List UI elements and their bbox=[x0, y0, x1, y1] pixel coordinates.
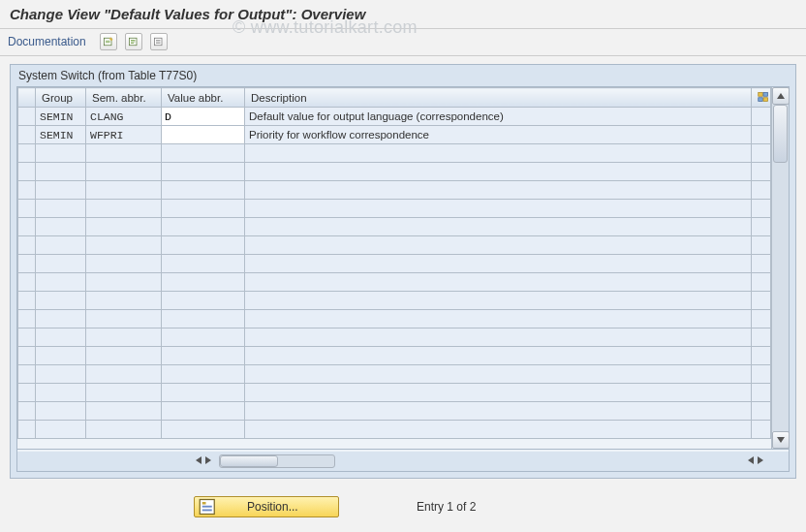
value-abbr-input[interactable] bbox=[162, 108, 244, 125]
row-selector[interactable] bbox=[18, 273, 36, 292]
svg-rect-5 bbox=[759, 97, 763, 101]
hscroll-right-button-2[interactable] bbox=[756, 454, 765, 468]
table-row-empty bbox=[18, 384, 771, 402]
position-label: Position... bbox=[247, 500, 298, 514]
footer: Position... Entry 1 of 2 bbox=[0, 479, 806, 527]
table-row-empty bbox=[18, 421, 771, 439]
row-selector[interactable] bbox=[18, 181, 36, 200]
cell-description: Default value for output language (corre… bbox=[245, 108, 752, 126]
entry-count-text: Entry 1 of 2 bbox=[417, 500, 476, 514]
table-container: Group Sem. abbr. Value abbr. Description bbox=[16, 86, 790, 472]
change-icon[interactable] bbox=[100, 33, 117, 50]
row-selector[interactable] bbox=[18, 255, 36, 273]
row-selector[interactable] bbox=[18, 144, 36, 163]
hscroll-left-button[interactable] bbox=[194, 454, 203, 468]
row-selector[interactable] bbox=[18, 384, 36, 402]
col-header-desc[interactable]: Description bbox=[245, 88, 752, 108]
save-icon[interactable] bbox=[125, 33, 142, 50]
position-button[interactable]: Position... bbox=[194, 496, 339, 517]
table-row-empty bbox=[18, 200, 771, 218]
col-header-group[interactable]: Group bbox=[36, 88, 86, 108]
row-selector[interactable] bbox=[18, 347, 36, 365]
hscroll-left-button-2[interactable] bbox=[746, 454, 756, 468]
cell-description: Priority for workflow correspondence bbox=[245, 126, 752, 144]
svg-rect-10 bbox=[202, 510, 212, 512]
cell-value-abbr[interactable] bbox=[162, 126, 245, 144]
row-selector[interactable] bbox=[18, 200, 36, 218]
table-config-button[interactable] bbox=[752, 88, 771, 108]
value-abbr-input[interactable] bbox=[162, 126, 244, 143]
table-header-row: Group Sem. abbr. Value abbr. Description bbox=[18, 88, 771, 108]
table-row-empty bbox=[18, 144, 771, 163]
row-selector[interactable] bbox=[18, 236, 36, 255]
svg-rect-9 bbox=[202, 506, 212, 508]
table-row-empty bbox=[18, 347, 771, 365]
col-header-val[interactable]: Value abbr. bbox=[162, 88, 245, 108]
row-selector[interactable] bbox=[18, 218, 36, 236]
row-selector[interactable] bbox=[18, 292, 36, 310]
cell-sem-abbr: WFPRI bbox=[86, 126, 162, 144]
vscroll-thumb[interactable] bbox=[773, 105, 788, 163]
system-switch-panel: System Switch (from Table T77S0) Group S… bbox=[10, 64, 796, 479]
position-icon bbox=[199, 499, 218, 515]
hscroll-thumb[interactable] bbox=[220, 455, 278, 467]
table-row: SEMINCLANGDefault value for output langu… bbox=[18, 108, 771, 126]
scroll-up-button[interactable] bbox=[772, 87, 790, 105]
horizontal-scrollbar bbox=[17, 452, 789, 471]
panel-title: System Switch (from Table T77S0) bbox=[11, 65, 795, 86]
row-selector[interactable] bbox=[18, 365, 36, 384]
row-selector[interactable] bbox=[18, 163, 36, 181]
hscroll-track[interactable] bbox=[219, 454, 335, 468]
svg-rect-4 bbox=[763, 92, 768, 96]
row-selector[interactable] bbox=[18, 402, 36, 421]
row-selector[interactable] bbox=[18, 126, 36, 144]
data-table: Group Sem. abbr. Value abbr. Description bbox=[17, 87, 771, 439]
table-row-empty bbox=[18, 402, 771, 421]
svg-rect-3 bbox=[759, 92, 763, 96]
vertical-scrollbar[interactable] bbox=[771, 87, 789, 449]
table-row-empty bbox=[18, 181, 771, 200]
row-selector[interactable] bbox=[18, 421, 36, 439]
scroll-down-button[interactable] bbox=[772, 431, 790, 449]
toolbar: Documentation bbox=[0, 29, 806, 56]
table-row: SEMINWFPRIPriority for workflow correspo… bbox=[18, 126, 771, 144]
cell-group: SEMIN bbox=[36, 108, 86, 126]
svg-rect-8 bbox=[202, 502, 206, 505]
page-title: Change View "Default Values for Output":… bbox=[0, 0, 806, 29]
table-row-empty bbox=[18, 255, 771, 273]
cell-sem-abbr: CLANG bbox=[86, 108, 162, 126]
cell-group: SEMIN bbox=[36, 126, 86, 144]
row-selector[interactable] bbox=[18, 310, 36, 329]
table-row-empty bbox=[18, 365, 771, 384]
table-row-empty bbox=[18, 310, 771, 329]
table-row-empty bbox=[18, 329, 771, 347]
documentation-button[interactable]: Documentation bbox=[8, 35, 86, 48]
hscroll-right-button[interactable] bbox=[203, 454, 213, 468]
table-row-empty bbox=[18, 163, 771, 181]
table-row-empty bbox=[18, 218, 771, 236]
col-header-sem[interactable]: Sem. abbr. bbox=[86, 88, 162, 108]
table-row-empty bbox=[18, 273, 771, 292]
table-row-empty bbox=[18, 292, 771, 310]
select-all-icon[interactable] bbox=[150, 33, 168, 50]
row-selector[interactable] bbox=[18, 108, 36, 126]
cell-value-abbr[interactable] bbox=[162, 108, 245, 126]
table-config-icon bbox=[758, 93, 769, 105]
svg-rect-6 bbox=[763, 97, 768, 101]
select-all-header[interactable] bbox=[18, 88, 36, 108]
row-selector[interactable] bbox=[18, 329, 36, 347]
table-row-empty bbox=[18, 236, 771, 255]
vscroll-track[interactable] bbox=[772, 105, 789, 431]
